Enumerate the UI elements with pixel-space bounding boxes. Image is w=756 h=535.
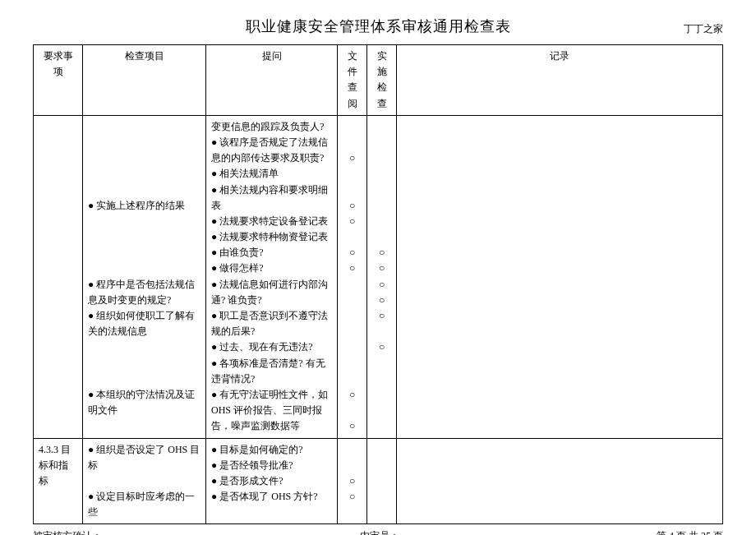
check-mark: ○ (343, 150, 362, 166)
cell-items: 实施上述程序的结果 程序中是否包括法规信息及时变更的规定? 组织如何使职工了解有… (83, 115, 206, 438)
check-mark: ○ (343, 387, 362, 403)
list-item: 做得怎样? (211, 261, 332, 276)
cell-record (397, 438, 723, 524)
footer-right: 第 4 页 共 25 页 (657, 529, 723, 535)
check-mark: ○ (372, 339, 391, 355)
list-item: 法规要求特种物资登记表 (211, 229, 332, 245)
col-header-doc: 文件查阅 (338, 45, 367, 116)
list-item: 是否经领导批准? (211, 458, 332, 473)
list-item: 是否体现了 OHS 方针? (211, 489, 332, 505)
list-item: 实施上述程序的结果 (88, 198, 201, 214)
checklist-table: 要求事项 检查项目 提问 文件查阅 实施检查 记录 实施上述程序的结果 程序中是… (33, 44, 723, 524)
list-item: 本组织的守法情况及证明文件 (88, 387, 201, 418)
col-header-record: 记录 (397, 45, 723, 116)
footer-middle: 内审员： (360, 529, 399, 535)
check-mark: ○ (343, 214, 362, 229)
list-item: 设定目标时应考虑的一些 (88, 489, 201, 520)
col-header-question: 提问 (206, 45, 338, 116)
cell-items: 组织是否设定了 OHS 目标 设定目标时应考虑的一些 (83, 438, 206, 524)
cell-req (34, 115, 83, 438)
check-mark: ○ (343, 198, 362, 214)
check-mark: ○ (343, 473, 362, 489)
list-item: 程序中是否包括法规信息及时变更的规定? (88, 277, 201, 308)
list-item: 是否形成文件? (211, 473, 332, 489)
page-title: 职业健康安全管理体系审核通用检查表 (246, 16, 511, 36)
subtitle: 丁丁之家 (684, 22, 723, 36)
check-mark: ○ (343, 245, 362, 261)
col-header-item: 检查项目 (83, 45, 206, 116)
col-header-req: 要求事项 (34, 45, 83, 116)
list-item: 职工是否意识到不遵守法规的后果? (211, 308, 332, 339)
cell-doc: ○ ○ ○ ○ ○ ○ ○ (338, 115, 367, 438)
check-mark: ○ (343, 489, 362, 505)
check-mark: ○ (372, 293, 391, 308)
list-item: 目标是如何确定的? (211, 442, 332, 458)
list-item: 过去、现在有无违法? (211, 339, 332, 355)
list-item: 由谁负责? (211, 245, 332, 261)
check-mark: ○ (343, 418, 362, 434)
list-item: 组织如何使职工了解有关的法规信息 (88, 308, 201, 339)
cell-record (397, 115, 723, 438)
footer-left: 被审核方确认： (33, 529, 102, 535)
cell-impl (367, 438, 397, 524)
cell-questions: 目标是如何确定的? 是否经领导批准? 是否形成文件? 是否体现了 OHS 方针? (206, 438, 338, 524)
check-mark: ○ (372, 261, 391, 276)
list-item: 该程序是否规定了法规信息的内部传达要求及职责? (211, 135, 332, 166)
cell-req: 4.3.3 目标和指标 (34, 438, 83, 524)
list-item: 有无守法证明性文件，如OHS 评价报告、三同时报告，噪声监测数据等 (211, 387, 332, 435)
table-row: 4.3.3 目标和指标 组织是否设定了 OHS 目标 设定目标时应考虑的一些 目… (34, 438, 723, 524)
check-mark: ○ (372, 308, 391, 324)
cell-impl: ○ ○ ○ ○ ○ ○ (367, 115, 397, 438)
list-item: 法规要求特定设备登记表 (211, 214, 332, 229)
list-item: 相关法规内容和要求明细表 (211, 182, 332, 214)
cell-doc: ○ ○ (338, 438, 367, 524)
list-item: 组织是否设定了 OHS 目标 (88, 442, 201, 473)
table-row: 实施上述程序的结果 程序中是否包括法规信息及时变更的规定? 组织如何使职工了解有… (34, 115, 723, 438)
list-item: 相关法规清单 (211, 166, 332, 182)
cell-questions: 变更信息的跟踪及负责人? 该程序是否规定了法规信息的内部传达要求及职责? 相关法… (206, 115, 338, 438)
check-mark: ○ (343, 261, 362, 276)
check-mark: ○ (372, 245, 391, 261)
list-item: 变更信息的跟踪及负责人? (211, 119, 332, 135)
footer: 被审核方确认： 内审员： 第 4 页 共 25 页 (33, 529, 723, 535)
check-mark: ○ (372, 277, 391, 293)
list-item: 各项标准是否清楚? 有无违背情况? (211, 356, 332, 387)
list-item: 法规信息如何进行内部沟通? 谁负责? (211, 277, 332, 308)
col-header-impl: 实施检查 (367, 45, 397, 116)
